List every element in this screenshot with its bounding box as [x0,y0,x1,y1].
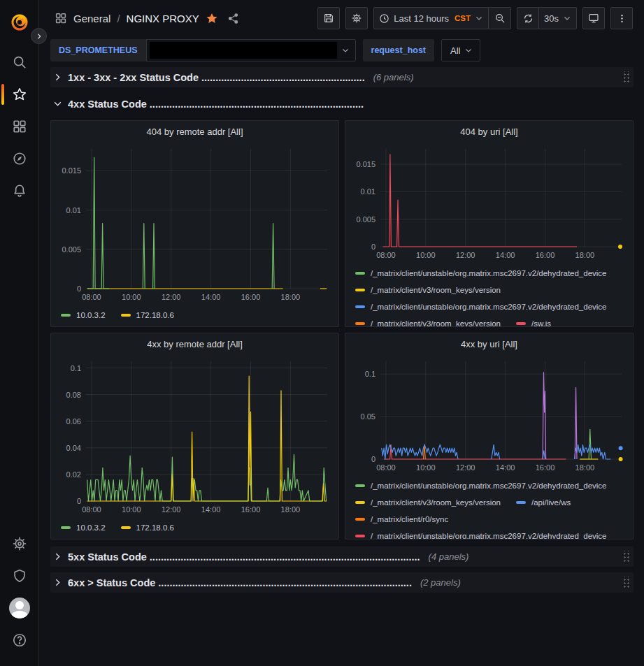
legend-item[interactable]: /_matrix/client/v3/room_keys/version [355,282,501,298]
legend-item[interactable]: /_matrix/client/v3/room_keys/version [355,315,501,326]
svg-text:12:00: 12:00 [456,463,475,472]
svg-text:08:00: 08:00 [82,505,101,514]
variable-label-request-host[interactable]: request_host [363,39,435,61]
svg-text:10:00: 10:00 [416,463,436,472]
sidebar-item-alerting[interactable] [0,175,39,207]
svg-text:08:00: 08:00 [376,251,396,259]
timeseries-chart[interactable]: 08:0010:0012:0014:0016:0018:0000.0050.01… [57,142,333,304]
row-drag-handle[interactable] [622,551,629,563]
row-6xx[interactable]: 6xx > Status Code ......................… [50,572,634,593]
legend-item[interactable]: 10.0.3.2 [61,519,106,536]
share-icon[interactable] [227,13,239,24]
time-picker-group: Last 12 hours CST [373,7,511,29]
variable-value-ds-prometheus[interactable] [146,39,356,61]
breadcrumb: General / NGINX PROXY [55,12,312,24]
variable-value-request-host[interactable]: All [441,39,480,61]
save-icon [323,13,334,24]
sidebar-item-configuration[interactable] [0,528,39,560]
timeseries-chart[interactable]: 08:0010:0012:0014:0016:0018:0000.020.040… [57,354,333,516]
svg-text:14:00: 14:00 [496,463,515,472]
svg-text:0.1: 0.1 [71,364,81,372]
legend-swatch [355,322,365,325]
dashboard-settings-button[interactable] [345,7,368,29]
sidebar-item-profile[interactable] [0,592,39,624]
legend-swatch [121,314,131,317]
legend-item[interactable]: /_matrix/client/r0/sync [355,511,448,528]
breadcrumb-folder[interactable]: General [73,13,110,24]
legend-item[interactable]: /_matrix/client/unstable/org.matrix.msc2… [355,528,607,539]
grafana-app: General / NGINX PROXY [0,0,644,666]
legend-swatch [355,535,365,537]
svg-text:0: 0 [77,497,81,505]
panel-title[interactable]: 4xx by uri [All] [351,333,627,354]
svg-text:10:00: 10:00 [122,505,141,514]
legend-label: /api/live/ws [531,494,571,511]
kebab-menu-button[interactable] [610,7,633,29]
clock-icon [379,13,389,24]
save-dashboard-button[interactable] [317,7,340,29]
row-drag-handle[interactable] [622,71,629,84]
legend-label: 172.18.0.6 [136,307,174,324]
row-1xx-3xx-2xx[interactable]: 1xx - 3xx - 2xx Status Code ............… [50,67,634,87]
panel-title[interactable]: 404 by remote addr [All] [57,121,333,142]
legend-item[interactable]: 172.18.0.6 [121,519,174,536]
legend-row: /_matrix/client/unstable/org.matrix.msc2… [355,298,627,315]
legend-label: /_matrix/client/unstable/org.matrix.msc2… [371,528,607,539]
panel-title[interactable]: 4xx by remote addr [All] [57,333,333,354]
svg-text:0.01: 0.01 [361,187,375,196]
legend-row: 10.0.3.2172.18.0.6 [61,307,333,324]
legend-row: /_matrix/client/v3/room_keys/version [355,282,627,298]
legend-swatch [355,484,365,487]
dashboards-grid-icon [12,119,27,134]
legend-item[interactable]: /api/live/ws [516,494,571,511]
zoom-out-icon [494,13,506,24]
row-4xx[interactable]: 4xx Status Code ........................… [50,94,634,114]
sidebar-item-dashboards[interactable] [0,110,39,143]
favorite-star-icon[interactable] [206,12,218,24]
row-5xx[interactable]: 5xx Status Code ........................… [50,546,634,567]
panel-title[interactable]: 404 by uri [All] [351,121,627,142]
legend-item[interactable]: 10.0.3.2 [61,307,106,324]
breadcrumb-dashboard-title[interactable]: NGINX PROXY [127,13,199,24]
variables-bar: DS_PROMETHEUS request_host All [39,36,644,64]
legend-label: /_matrix/client/v3/room_keys/version [371,282,501,298]
legend-item[interactable]: /sw.is [516,315,551,326]
row-drag-handle[interactable] [622,577,629,589]
navbar-actions: Last 12 hours CST [317,7,633,29]
legend-item[interactable]: /_matrix/client/v3/room_keys/version [355,494,501,511]
sidebar-item-explore[interactable] [0,143,39,175]
sidebar-expand-button[interactable] [31,28,47,44]
legend-item[interactable]: 172.18.0.6 [121,307,174,324]
chart-legend: 10.0.3.2172.18.0.6 [57,304,333,326]
sidebar-item-help[interactable] [0,624,39,656]
row-title: 6xx > Status Code ......................… [68,577,412,588]
legend-row: /_matrix/client/r0/sync [355,511,627,528]
timeseries-chart[interactable]: 08:0010:0012:0014:0016:0018:0000.050.1 [351,354,627,475]
panel-4xx-by-uri: 4xx by uri [All] 08:0010:0012:0014:0016:… [345,333,634,540]
svg-text:0.08: 0.08 [66,391,81,399]
legend-label: /_matrix/client/r0/sync [371,511,448,528]
sidebar-item-server-admin[interactable] [0,560,39,592]
star-icon [12,87,27,102]
time-range-picker[interactable]: Last 12 hours CST [373,7,489,29]
redacted-value [150,42,337,59]
timeseries-chart[interactable]: 08:0010:0012:0014:0016:0018:0000.0050.01… [351,142,627,262]
legend-item[interactable]: /_matrix/client/unstable/org.matrix.msc2… [355,298,607,315]
sidebar-item-search[interactable] [0,46,39,78]
svg-text:0.04: 0.04 [66,444,81,452]
refresh-interval-picker[interactable]: 30s [539,7,577,29]
svg-text:0: 0 [77,284,81,293]
chevron-down-icon [464,46,473,55]
kebab-icon [617,13,627,24]
legend-item[interactable]: /_matrix/client/unstable/org.matrix.msc2… [355,477,607,494]
legend-swatch [516,501,526,504]
tv-mode-button[interactable] [582,7,605,29]
legend-label: /_matrix/client/unstable/org.matrix.msc2… [371,265,607,282]
legend-item[interactable]: /_matrix/client/unstable/org.matrix.msc2… [355,265,607,282]
legend-row: /_matrix/client/v3/room_keys/version/api… [355,494,627,511]
zoom-out-time-button[interactable] [489,7,511,29]
sidebar-item-starred[interactable] [0,78,39,110]
variable-label-ds-prometheus[interactable]: DS_PROMETHEUS [50,39,146,61]
refresh-button[interactable] [517,7,539,29]
svg-text:16:00: 16:00 [241,293,261,301]
